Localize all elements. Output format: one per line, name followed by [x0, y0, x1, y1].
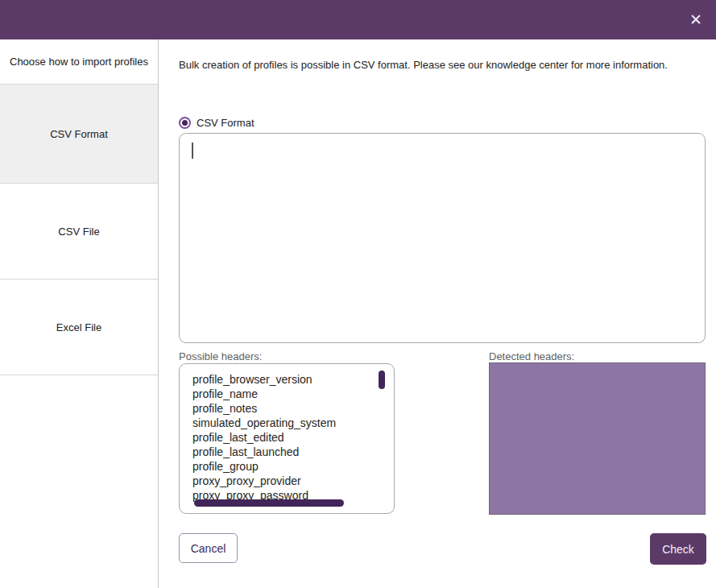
csv-format-panel: Bulk creation of profiles is possible in… [159, 39, 716, 588]
import-method-sidebar: Choose how to import profiles CSV Format… [0, 39, 159, 588]
list-item: profile_last_launched [192, 445, 378, 459]
csv-format-radio[interactable]: CSV Format [179, 115, 255, 130]
detected-headers-label: Detected headers: [489, 350, 574, 362]
detected-headers-box [489, 362, 706, 515]
list-item: proxy_proxy_provider [192, 474, 378, 488]
check-button[interactable]: Check [650, 533, 706, 565]
list-item: profile_last_edited [192, 430, 378, 445]
sidebar-item-csv-file[interactable]: CSV File [0, 184, 158, 280]
csv-input-textarea[interactable] [179, 133, 706, 343]
cancel-button[interactable]: Cancel [179, 533, 238, 563]
radio-selected-icon [179, 117, 191, 129]
horizontal-scrollbar-thumb[interactable] [194, 499, 344, 507]
vertical-scrollbar-thumb[interactable] [379, 371, 385, 389]
close-icon[interactable]: ✕ [685, 9, 707, 31]
dialog-titlebar: ✕ [0, 0, 716, 39]
list-item: profile_notes [192, 401, 378, 416]
sidebar-item-label: CSV Format [50, 128, 108, 140]
list-item: profile_browser_version [192, 372, 378, 387]
radio-label: CSV Format [197, 117, 255, 129]
list-item: profile_name [192, 387, 378, 401]
possible-headers-list[interactable]: profile_browser_version profile_name pro… [179, 363, 395, 514]
list-item: profile_group [192, 459, 378, 474]
sidebar-item-csv-format[interactable]: CSV Format [0, 85, 158, 184]
list-item: simulated_operating_system [192, 416, 378, 430]
intro-text: Bulk creation of profiles is possible in… [179, 59, 702, 71]
sidebar-title: Choose how to import profiles [0, 39, 158, 85]
text-cursor [192, 143, 193, 159]
sidebar-item-label: Excel File [56, 321, 101, 333]
sidebar-item-label: CSV File [58, 226, 99, 238]
possible-headers-label: Possible headers: [179, 350, 262, 362]
sidebar-item-excel-file[interactable]: Excel File [0, 280, 158, 375]
